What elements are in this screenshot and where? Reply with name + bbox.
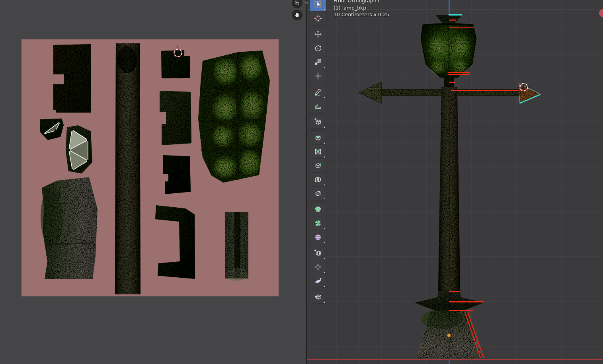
scale-icon — [314, 58, 322, 66]
tool-poly-build-button[interactable] — [310, 202, 326, 216]
zoom-icon — [294, 0, 301, 6]
shrink-fatten-icon — [314, 263, 322, 271]
submenu-corner-triangle — [324, 241, 325, 243]
rotate-icon — [314, 44, 322, 53]
measure-icon — [314, 101, 322, 110]
submenu-corner-triangle — [324, 184, 325, 185]
tool-spin-button[interactable] — [310, 216, 326, 230]
tool-add-cube-button[interactable] — [310, 115, 326, 128]
tool-group — [310, 290, 326, 304]
tool-loop-cut-button[interactable] — [310, 173, 326, 187]
uv-nav-gizmos — [292, 0, 302, 21]
grid-scale-label: 10 Centimeters x 0.25 — [334, 11, 389, 18]
submenu-corner-triangle — [324, 228, 325, 229]
tool-edge-slide-button[interactable] — [310, 246, 326, 260]
transform-icon — [314, 72, 322, 80]
pan-button[interactable] — [292, 10, 302, 20]
extrude-region-icon — [314, 133, 322, 142]
knife-icon — [314, 189, 322, 198]
tool-group — [310, 85, 326, 113]
tool-cursor-button[interactable] — [310, 12, 326, 25]
tool-shear-button[interactable] — [310, 274, 326, 288]
shear-icon — [314, 276, 322, 285]
tool-inset-faces-button[interactable] — [310, 145, 326, 159]
submenu-corner-triangle — [324, 198, 325, 199]
tool-transform-button[interactable] — [310, 69, 326, 83]
uv-texture-canvas[interactable] — [21, 39, 279, 296]
poly-build-icon — [314, 205, 322, 214]
tool-group — [310, 0, 326, 25]
zoom-button[interactable] — [292, 0, 302, 8]
submenu-corner-triangle — [324, 96, 325, 98]
tool-shelf — [310, 0, 326, 306]
tool-extrude-region-button[interactable] — [310, 131, 326, 145]
uv-image-editor[interactable] — [0, 0, 306, 364]
loop-cut-icon — [314, 175, 322, 184]
tool-scale-button[interactable] — [310, 55, 326, 69]
view-name-label: Front Orthographic — [334, 0, 389, 4]
viewport-header-text: Front Orthographic (1) lamp_bkp 10 Centi… — [334, 0, 389, 18]
active-object-label: (1) lamp_bkp — [334, 4, 389, 12]
vertex-smooth-icon — [314, 233, 322, 241]
tool-rotate-button[interactable] — [310, 41, 326, 55]
region-divider[interactable] — [306, 0, 307, 364]
tool-select-box-button[interactable] — [310, 0, 326, 12]
inset-faces-icon — [314, 147, 322, 156]
edge-slide-icon — [314, 249, 322, 257]
tool-group — [310, 27, 326, 83]
submenu-corner-triangle — [324, 301, 325, 303]
add-cube-icon — [314, 117, 322, 126]
tool-group — [310, 131, 326, 200]
move-icon — [314, 30, 322, 39]
submenu-corner-triangle — [324, 126, 325, 128]
tool-vertex-smooth-button[interactable] — [310, 230, 326, 244]
tool-group — [310, 246, 326, 288]
cursor-3d-icon — [314, 14, 322, 23]
tool-annotate-button[interactable] — [310, 85, 326, 99]
submenu-corner-triangle — [324, 257, 325, 259]
sidebar-collapse-arrow[interactable]: < — [305, 0, 308, 5]
spin-icon — [314, 219, 322, 228]
tool-move-button[interactable] — [310, 27, 326, 41]
rip-region-icon — [314, 292, 322, 301]
tool-group — [310, 202, 326, 244]
submenu-corner-triangle — [324, 156, 325, 158]
viewport-3d[interactable] — [307, 0, 603, 364]
submenu-corner-triangle — [324, 285, 325, 287]
tool-shrink-fatten-button[interactable] — [310, 260, 326, 274]
submenu-corner-triangle — [324, 66, 325, 68]
tool-measure-button[interactable] — [310, 99, 326, 113]
tool-rip-region-button[interactable] — [310, 290, 326, 304]
submenu-corner-triangle — [324, 9, 325, 10]
submenu-corner-triangle — [324, 271, 325, 273]
pan-hand-icon — [294, 12, 301, 18]
tool-group — [310, 115, 326, 128]
submenu-corner-triangle — [324, 142, 325, 144]
tool-knife-button[interactable] — [310, 187, 326, 200]
annotate-icon — [314, 88, 322, 96]
blender-window: { "viewport": { "header_lines": ["Front … — [0, 0, 603, 364]
tool-bevel-button[interactable] — [310, 159, 326, 173]
bevel-icon — [314, 161, 322, 170]
select-box-icon — [314, 0, 322, 9]
